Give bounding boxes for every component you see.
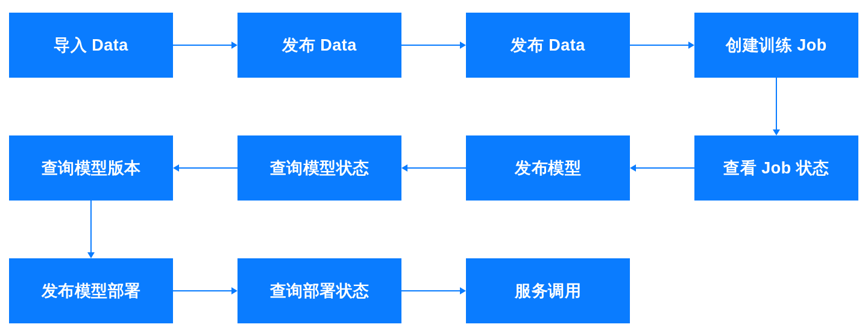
arrow-line (407, 167, 466, 169)
arrow-right-icon (460, 42, 466, 49)
arrow-line (776, 78, 777, 129)
node-label: 发布 Data (511, 34, 585, 56)
arrow-line (90, 201, 92, 252)
node-label: 查询部署状态 (270, 280, 370, 302)
arrow-line (401, 45, 460, 46)
node-publish-data-1: 发布 Data (237, 13, 401, 78)
node-label: 查询模型状态 (270, 157, 370, 179)
arrow-line (630, 45, 688, 46)
arrow-line (179, 167, 237, 169)
node-label: 发布 Data (282, 34, 357, 56)
node-label: 创建训练 Job (726, 34, 827, 56)
node-query-model-status: 查询模型状态 (237, 135, 401, 201)
arrow-line (173, 290, 231, 291)
node-label: 发布模型部署 (42, 280, 141, 302)
node-label: 发布模型 (515, 157, 581, 179)
node-import-data: 导入 Data (9, 13, 173, 78)
node-service-invoke: 服务调用 (466, 258, 630, 323)
arrow-line (636, 167, 694, 169)
node-label: 查询模型版本 (42, 157, 141, 179)
arrow-left-icon (630, 164, 636, 172)
node-create-training-job: 创建训练 Job (694, 13, 858, 78)
arrow-down-icon (87, 252, 95, 258)
arrow-line (401, 290, 460, 291)
arrow-right-icon (460, 287, 466, 294)
node-label: 查看 Job 状态 (723, 157, 829, 179)
node-publish-data-2: 发布 Data (466, 13, 630, 78)
arrow-right-icon (231, 42, 237, 49)
node-publish-model: 发布模型 (466, 135, 630, 201)
node-view-job-status: 查看 Job 状态 (694, 135, 858, 201)
node-query-deploy-status: 查询部署状态 (237, 258, 401, 323)
node-query-model-version: 查询模型版本 (9, 135, 173, 201)
arrow-right-icon (688, 42, 694, 49)
arrow-right-icon (231, 287, 237, 294)
arrow-left-icon (173, 164, 179, 172)
arrow-down-icon (773, 129, 780, 135)
node-label: 服务调用 (515, 280, 581, 302)
node-publish-model-deploy: 发布模型部署 (9, 258, 173, 323)
arrow-line (173, 45, 231, 46)
arrow-left-icon (401, 164, 407, 172)
node-label: 导入 Data (54, 34, 128, 56)
